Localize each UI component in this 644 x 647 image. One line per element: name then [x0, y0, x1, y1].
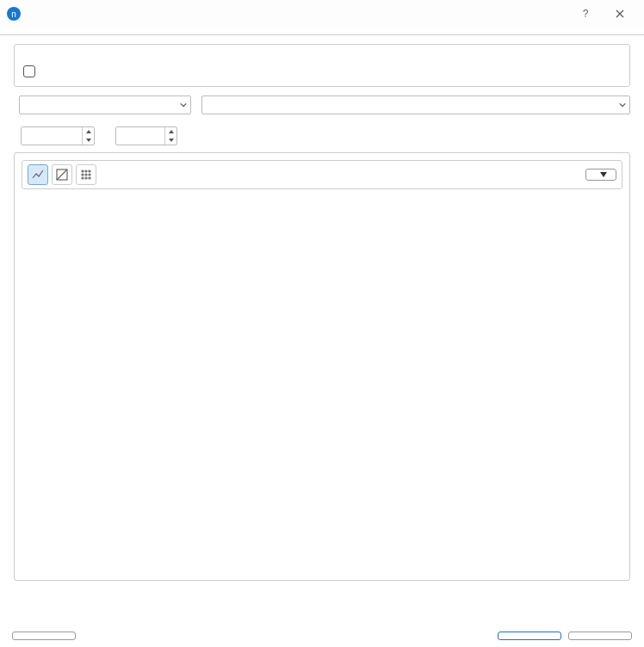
chevron-down-icon [619, 99, 626, 111]
cancel-button[interactable] [568, 632, 632, 640]
help-button[interactable] [12, 632, 76, 640]
real-ds-select[interactable] [19, 96, 191, 114]
svg-point-5 [82, 170, 84, 172]
footer [0, 632, 644, 640]
grid-chart-icon[interactable] [76, 164, 96, 185]
from-time-input[interactable] [22, 127, 82, 145]
spin-up-icon[interactable] [165, 127, 176, 136]
chart-area [22, 194, 622, 573]
close-icon[interactable] [603, 2, 637, 26]
svg-point-9 [85, 174, 87, 176]
duration-spinner[interactable] [115, 126, 177, 145]
use-date-row[interactable] [23, 65, 621, 77]
titlebar: n ? [0, 0, 644, 28]
svg-point-11 [82, 177, 84, 179]
svg-point-8 [82, 174, 84, 176]
svg-marker-3 [169, 139, 174, 142]
chart-toolbar [22, 160, 622, 189]
tab-bar [0, 28, 644, 35]
duration-input[interactable] [116, 127, 164, 145]
svg-point-13 [89, 177, 90, 179]
use-date-checkbox[interactable] [23, 65, 35, 77]
svg-point-7 [89, 170, 90, 172]
line-chart-icon[interactable] [28, 164, 48, 185]
spin-up-icon[interactable] [83, 127, 94, 136]
spin-down-icon[interactable] [83, 136, 94, 145]
svg-marker-1 [86, 139, 91, 142]
svg-marker-2 [169, 130, 174, 133]
chevron-down-icon [180, 99, 187, 111]
sim-ts-select[interactable] [201, 96, 630, 114]
svg-point-6 [85, 170, 87, 172]
help-icon[interactable]: ? [568, 2, 603, 26]
svg-marker-14 [600, 172, 607, 177]
svg-marker-0 [86, 130, 91, 133]
spin-down-icon[interactable] [165, 136, 176, 145]
settings-group [14, 44, 630, 87]
chart-panel [14, 152, 630, 581]
app-icon: n [7, 7, 21, 21]
chart-svg [22, 194, 622, 573]
from-time-spinner[interactable] [21, 126, 95, 145]
caret-down-icon [600, 172, 607, 177]
scatter-chart-icon[interactable] [52, 164, 72, 185]
svg-point-10 [89, 174, 90, 176]
svg-point-12 [85, 177, 87, 179]
action-button[interactable] [585, 169, 616, 181]
ok-button[interactable] [498, 632, 561, 640]
